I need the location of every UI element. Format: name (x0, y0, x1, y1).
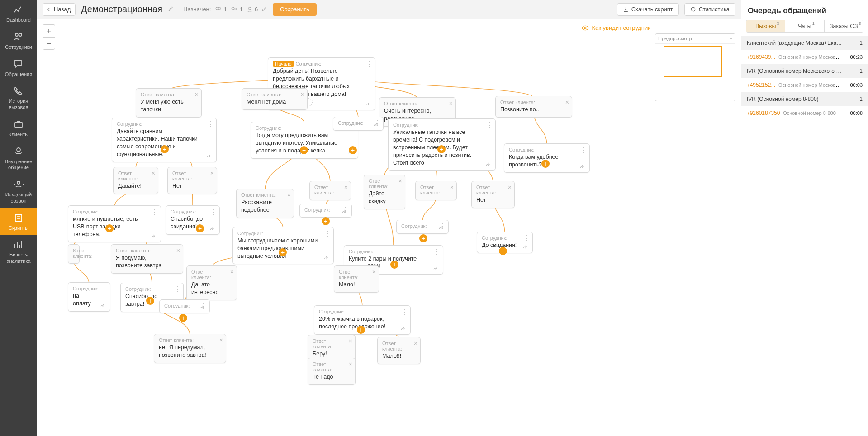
minimap[interactable]: Предпросмотр − (655, 33, 735, 101)
employee-node[interactable]: Сотрудник:⋮ (396, 220, 449, 234)
node-link-icon[interactable] (342, 208, 348, 214)
answer-node[interactable]: Ответ клиента:× (415, 181, 457, 200)
sidebar-item-3[interactable]: История вызовов (0, 81, 37, 114)
close-icon[interactable]: × (210, 170, 214, 177)
add-branch-button[interactable]: + (279, 248, 287, 256)
close-icon[interactable]: × (287, 191, 291, 199)
node-link-icon[interactable] (438, 224, 445, 231)
zoom-out-button[interactable]: − (43, 37, 55, 50)
answer-node[interactable]: Ответ клиента:У меня уже есть тапочки× (136, 88, 202, 118)
queue-tab-2[interactable]: Заказы ОЗ5 (824, 20, 863, 32)
node-menu-icon[interactable]: ⋮ (100, 285, 107, 293)
node-link-icon[interactable] (522, 244, 529, 250)
add-branch-button[interactable]: + (179, 314, 187, 322)
add-branch-button[interactable]: + (437, 145, 446, 153)
sidebar-item-2[interactable]: Обращения (0, 54, 37, 81)
add-branch-button[interactable]: + (300, 146, 308, 154)
node-menu-icon[interactable]: ⋮ (174, 286, 180, 293)
node-link-icon[interactable] (365, 101, 371, 107)
close-icon[interactable]: × (508, 184, 512, 191)
answer-node[interactable]: Ответ клиента:Позвоните по..× (495, 96, 572, 118)
close-icon[interactable]: × (152, 170, 155, 177)
edit-title-icon[interactable] (168, 5, 174, 13)
answer-node[interactable]: Ответ клиента:Нет× (471, 181, 515, 208)
node-link-icon[interactable] (485, 161, 492, 167)
close-icon[interactable]: × (565, 99, 569, 106)
sidebar-item-7[interactable]: Скрипты (0, 208, 37, 235)
node-menu-icon[interactable]: ⋮ (486, 122, 493, 129)
queue-call-row[interactable]: 74952152... Основной номер Московского о… (741, 78, 868, 92)
save-button[interactable]: Сохранить (273, 3, 317, 16)
node-link-icon[interactable] (433, 265, 439, 271)
employee-node[interactable]: Сотрудник:Уникальные тапочки на все врем… (388, 118, 496, 171)
sidebar-item-0[interactable]: Dashboard (0, 0, 37, 27)
node-menu-icon[interactable]: ⋮ (207, 121, 213, 128)
answer-node[interactable]: Ответ клиента:Я подумаю, позвоните завтр… (111, 244, 183, 274)
statistics-button[interactable]: Статистика (684, 3, 735, 16)
edit-assigned-icon[interactable] (261, 6, 267, 13)
minimap-viewport[interactable] (664, 46, 722, 77)
download-script-button[interactable]: Скачать скрипт (617, 3, 679, 16)
queue-group-header[interactable]: Клиентский (входящие Москва+Екатеринбург… (741, 36, 868, 50)
node-menu-icon[interactable]: ⋮ (401, 308, 408, 316)
answer-node[interactable]: Ответ клиента:Мало!!!× (377, 337, 421, 364)
sidebar-item-5[interactable]: Внутреннее общение (0, 142, 37, 175)
queue-group-header[interactable]: IVR (Основной номер 8-800)1 (741, 92, 868, 106)
queue-tab-1[interactable]: Чаты1 (785, 20, 824, 32)
employee-node[interactable]: Сотрудник:Давайте сравним характеристики… (112, 118, 217, 162)
close-icon[interactable]: × (349, 360, 352, 368)
script-canvas[interactable]: + − Как увидит сотрудник Предпросмотр − … (37, 19, 741, 436)
close-icon[interactable]: × (301, 91, 304, 98)
queue-call-row[interactable]: 79260187350 Основной номер 8-80000:08 (741, 106, 868, 120)
employee-node[interactable]: Сотрудник:Спасибо, до свидания!⋮ (166, 205, 220, 235)
node-link-icon[interactable] (373, 121, 379, 128)
employee-node[interactable]: Сотрудник:⋮ (159, 299, 210, 313)
answer-node[interactable]: Ответ клиента:нет Я передумал, позвоните… (154, 334, 226, 363)
minimap-collapse-icon[interactable]: − (730, 36, 732, 41)
answer-node[interactable]: Ответ клиента:Мало!× (334, 265, 379, 293)
node-link-icon[interactable] (323, 255, 330, 261)
node-menu-icon[interactable]: ⋮ (151, 209, 158, 216)
close-icon[interactable]: × (349, 337, 352, 345)
queue-call-row[interactable]: 79169439... Основной номер Московского о… (741, 50, 868, 64)
answer-node[interactable]: Ответ клиента:Давайте!× (113, 167, 158, 194)
add-branch-button[interactable]: + (419, 234, 427, 242)
answer-node[interactable]: Ответ клиента:× (309, 181, 351, 200)
employee-node[interactable]: Сотрудник:Когда вам удобнее прозвонить?⋮ (504, 143, 590, 173)
add-branch-button[interactable]: + (357, 326, 365, 334)
add-branch-button[interactable]: + (541, 160, 550, 168)
close-icon[interactable]: × (195, 91, 199, 98)
close-icon[interactable]: × (344, 184, 348, 191)
node-link-icon[interactable] (206, 153, 213, 159)
close-icon[interactable]: × (176, 247, 180, 254)
queue-group-header[interactable]: IVR (Основной номер Московского офиса)1 (741, 64, 868, 78)
node-link-icon[interactable] (400, 325, 407, 332)
close-icon[interactable]: × (73, 247, 76, 254)
close-icon[interactable]: × (450, 184, 454, 191)
node-menu-icon[interactable]: ⋮ (433, 248, 440, 256)
close-icon[interactable]: × (398, 177, 402, 185)
zoom-in-button[interactable]: + (43, 24, 55, 37)
answer-node[interactable]: Ответ клиента:Расскажите подробнее× (236, 189, 294, 218)
employee-preview-link[interactable]: Как увидит сотрудник (582, 24, 650, 31)
employee-node[interactable]: Сотрудник:⋮ (333, 117, 384, 131)
node-menu-icon[interactable]: ⋮ (365, 61, 372, 68)
node-link-icon[interactable] (199, 304, 206, 310)
sidebar-item-1[interactable]: Сотрудники (0, 27, 37, 54)
node-menu-icon[interactable]: ⋮ (580, 147, 587, 154)
node-link-icon[interactable] (209, 225, 216, 232)
sidebar-item-4[interactable]: Клиенты (0, 114, 37, 142)
close-icon[interactable]: × (372, 268, 376, 275)
add-branch-button[interactable]: + (322, 217, 330, 225)
add-branch-button[interactable]: + (161, 145, 169, 153)
back-button[interactable]: Назад (43, 3, 76, 16)
add-branch-button[interactable]: + (196, 224, 204, 232)
employee-node[interactable]: Сотрудник:⋮ (299, 204, 352, 218)
node-menu-icon[interactable]: ⋮ (523, 235, 530, 242)
add-branch-button[interactable]: + (349, 146, 357, 154)
answer-node[interactable]: Ответ клиента:Меня нет дома× (242, 88, 308, 110)
answer-node[interactable]: Ответ клиента:Нет× (167, 167, 217, 194)
close-icon[interactable]: × (414, 340, 417, 347)
close-icon[interactable]: × (219, 336, 223, 344)
node-link-icon[interactable] (151, 233, 157, 239)
